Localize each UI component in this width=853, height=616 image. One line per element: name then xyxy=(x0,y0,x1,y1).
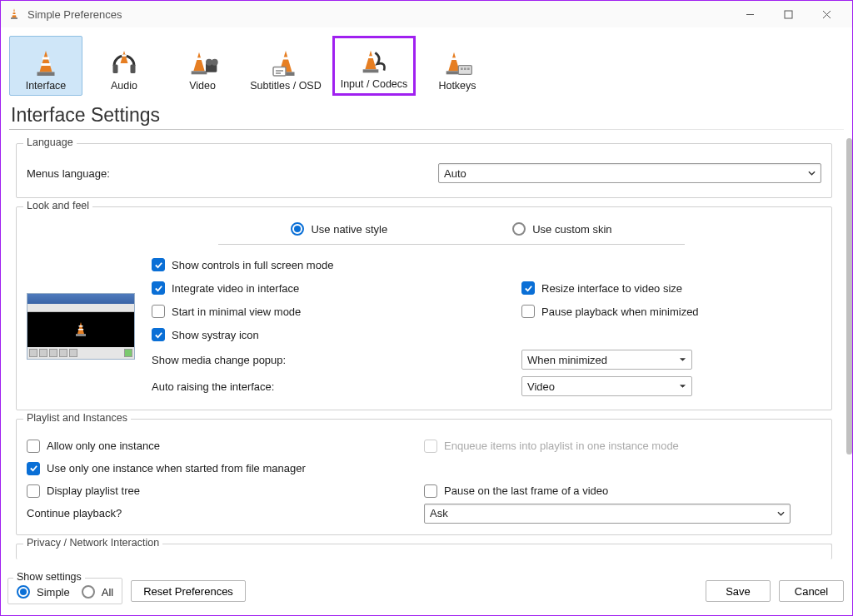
look-and-feel-group: Look and feel Use native style Use custo… xyxy=(16,206,832,410)
continue-playback-select[interactable]: Ask xyxy=(424,504,791,524)
tab-label: Hotkeys xyxy=(438,80,476,92)
chevron-down-icon xyxy=(777,507,785,519)
scrollbar[interactable] xyxy=(846,138,852,455)
tab-audio[interactable]: Audio xyxy=(87,36,161,96)
skin-preview xyxy=(27,293,135,360)
cancel-button[interactable]: Cancel xyxy=(779,580,844,602)
check-start-minimal[interactable]: Start in minimal view mode xyxy=(152,305,301,318)
check-pause-last-frame[interactable]: Pause on the last frame of a video xyxy=(424,484,608,498)
chevron-down-icon xyxy=(679,380,686,393)
check-label: Use only one instance when started from … xyxy=(47,462,306,474)
style-native-radio[interactable]: Use native style xyxy=(291,222,387,236)
svg-rect-8 xyxy=(131,65,136,74)
style-custom-radio[interactable]: Use custom skin xyxy=(512,222,611,236)
page-title: Interface Settings xyxy=(1,100,852,129)
check-show-controls[interactable]: Show controls in full screen mode xyxy=(152,258,333,271)
tab-label: Interface xyxy=(26,80,67,92)
tab-video[interactable]: Video xyxy=(166,36,239,96)
close-button[interactable] xyxy=(807,1,846,27)
svg-rect-21 xyxy=(451,57,457,60)
select-value: When minimized xyxy=(527,354,607,366)
check-use-one-instance-fm[interactable]: Use only one instance when started from … xyxy=(27,462,306,475)
minimize-button[interactable] xyxy=(731,1,769,27)
check-display-playlist-tree[interactable]: Display playlist tree xyxy=(27,484,140,498)
show-all-radio[interactable]: All xyxy=(82,585,113,599)
privacy-legend: Privacy / Network Interaction xyxy=(23,537,162,549)
tab-subtitles[interactable]: Subtitles / OSD xyxy=(244,36,327,96)
check-systray[interactable]: Show systray icon xyxy=(152,328,259,341)
svg-rect-10 xyxy=(192,71,207,74)
svg-rect-4 xyxy=(37,72,55,77)
menus-language-label: Menus language: xyxy=(27,167,110,180)
settings-scroll: Language Menus language: Auto Look and f… xyxy=(7,138,844,569)
auto-raise-label: Auto raising the interface: xyxy=(152,380,335,393)
check-resize-interface[interactable]: Resize interface to video size xyxy=(521,281,682,295)
svg-rect-11 xyxy=(196,57,202,60)
radio-label: Use custom skin xyxy=(532,223,611,236)
divider xyxy=(9,129,844,130)
svg-rect-0 xyxy=(11,17,17,19)
subtitle-cone-icon xyxy=(271,47,301,80)
save-button[interactable]: Save xyxy=(706,580,771,602)
svg-rect-16 xyxy=(282,57,290,60)
keyboard-cone-icon xyxy=(441,47,474,80)
check-label: Integrate video in interface xyxy=(172,282,299,295)
svg-rect-23 xyxy=(461,67,463,70)
check-label: Pause on the last frame of a video xyxy=(444,484,608,497)
tab-label: Subtitles / OSD xyxy=(250,80,321,92)
check-pause-minimized[interactable]: Pause playback when minimized xyxy=(521,305,699,318)
svg-rect-2 xyxy=(12,14,17,15)
menus-language-select[interactable]: Auto xyxy=(438,163,821,183)
film-cone-icon xyxy=(186,47,219,80)
select-value: Ask xyxy=(430,507,448,519)
codec-cone-icon xyxy=(357,45,391,78)
headphones-icon xyxy=(109,47,139,80)
media-popup-select[interactable]: When minimized xyxy=(521,350,692,370)
tab-interface[interactable]: Interface xyxy=(9,36,82,96)
category-tabs: Interface Audio Video Subtitles / OSD In… xyxy=(1,27,852,100)
tab-label: Video xyxy=(189,80,216,92)
svg-rect-24 xyxy=(464,67,466,70)
radio-label: Simple xyxy=(37,586,70,599)
window-title: Simple Preferences xyxy=(27,8,731,21)
continue-playback-label: Continue playback? xyxy=(27,507,122,519)
check-enqueue-items: Enqueue items into playlist in one insta… xyxy=(424,440,679,453)
chevron-down-icon xyxy=(808,167,816,180)
svg-rect-19 xyxy=(367,56,374,58)
select-value: Video xyxy=(527,380,555,393)
tab-input-codecs[interactable]: Input / Codecs xyxy=(332,36,416,96)
check-label: Show controls in full screen mode xyxy=(172,259,333,271)
check-integrate-video[interactable]: Integrate video in interface xyxy=(152,281,299,295)
check-allow-one-instance[interactable]: Allow only one instance xyxy=(27,440,160,453)
media-popup-label: Show media change popup: xyxy=(152,354,335,366)
app-icon xyxy=(7,7,21,21)
auto-raise-select[interactable]: Video xyxy=(521,376,692,396)
show-settings-legend: Show settings xyxy=(13,571,85,583)
reset-preferences-button[interactable]: Reset Preferences xyxy=(131,580,246,602)
svg-rect-27 xyxy=(79,325,83,327)
tab-label: Audio xyxy=(111,80,137,92)
show-simple-radio[interactable]: Simple xyxy=(17,585,70,599)
chevron-down-icon xyxy=(679,354,686,366)
tab-label: Input / Codecs xyxy=(341,78,408,90)
look-legend: Look and feel xyxy=(23,200,92,211)
check-label: Enqueue items into playlist in one insta… xyxy=(444,440,679,452)
radio-label: All xyxy=(102,586,113,599)
maximize-button[interactable] xyxy=(769,1,807,27)
bottom-bar: Show settings Simple All Reset Preferenc… xyxy=(7,574,844,609)
check-label: Show systray icon xyxy=(172,329,259,341)
svg-rect-7 xyxy=(113,65,118,74)
check-label: Allow only one instance xyxy=(47,440,160,452)
playlist-group: Playlist and Instances Allow only one in… xyxy=(16,419,832,535)
tab-hotkeys[interactable]: Hotkeys xyxy=(421,36,494,96)
svg-rect-25 xyxy=(467,67,470,70)
privacy-group: Privacy / Network Interaction xyxy=(16,544,832,559)
show-settings-group: Show settings Simple All xyxy=(7,578,122,604)
svg-rect-5 xyxy=(42,57,49,60)
check-label: Start in minimal view mode xyxy=(172,306,301,318)
radio-label: Use native style xyxy=(311,223,387,236)
titlebar: Simple Preferences xyxy=(1,1,852,27)
svg-rect-6 xyxy=(41,63,50,66)
language-group: Language Menus language: Auto xyxy=(16,143,832,198)
svg-rect-3 xyxy=(785,11,792,18)
